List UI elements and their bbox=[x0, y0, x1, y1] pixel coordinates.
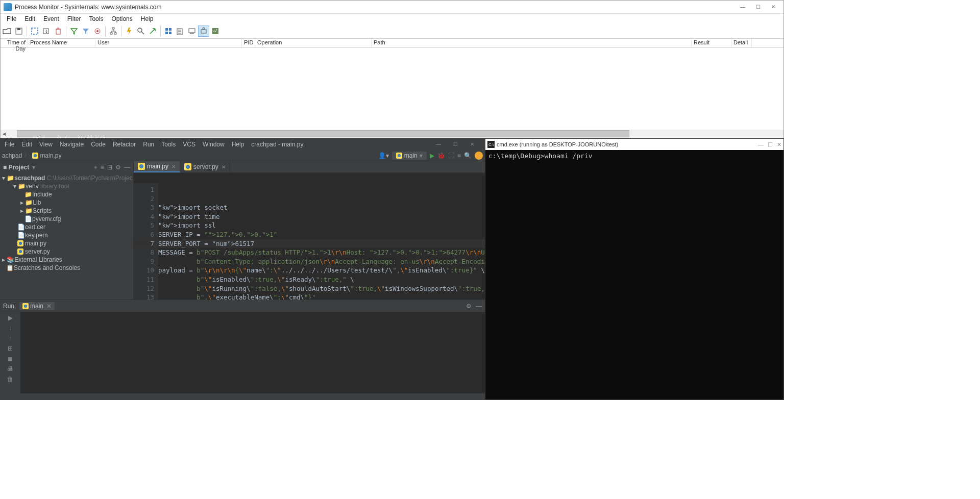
capture-icon[interactable] bbox=[29, 26, 40, 37]
col-timeofday[interactable]: Time of Day bbox=[1, 39, 28, 47]
close-icon[interactable]: ✕ bbox=[172, 164, 176, 169]
rerun-button[interactable]: ▶ bbox=[8, 314, 13, 321]
minimize-button[interactable]: — bbox=[736, 2, 750, 12]
menu-options[interactable]: Options bbox=[107, 15, 136, 23]
expand-all-icon[interactable]: ≡ bbox=[101, 164, 104, 171]
clear-icon[interactable] bbox=[53, 26, 64, 37]
col-user[interactable]: User bbox=[95, 39, 242, 47]
cmd-window: C:\ cmd.exe (running as DESKTOP-JOORUNO\… bbox=[485, 138, 784, 400]
col-pid[interactable]: PID bbox=[242, 39, 255, 47]
menu-help[interactable]: Help bbox=[137, 15, 158, 23]
cmd-terminal[interactable]: c:\temp\Debug>whoami /priv bbox=[485, 150, 783, 162]
maximize-button[interactable]: ☐ bbox=[751, 2, 765, 12]
svg-rect-12 bbox=[169, 28, 172, 31]
svg-rect-19 bbox=[212, 28, 218, 34]
scrollbar-thumb[interactable] bbox=[17, 130, 629, 137]
cmd-close-button[interactable]: ✕ bbox=[777, 141, 781, 148]
tab-server-py[interactable]: server.py✕ bbox=[180, 161, 230, 172]
procmon-menubar: File Edit Event Filter Tools Options Hel… bbox=[1, 14, 783, 24]
breadcrumb-file[interactable]: main.py bbox=[40, 152, 61, 159]
settings-icon[interactable]: ⚙ bbox=[115, 164, 121, 171]
ide-close-button[interactable]: ✕ bbox=[467, 141, 478, 147]
autoscroll-icon[interactable] bbox=[41, 26, 52, 37]
print-button[interactable]: 🖶 bbox=[7, 365, 13, 372]
scroll-end-button[interactable]: ≣ bbox=[8, 355, 13, 362]
procmon-hscrollbar[interactable]: ◂ bbox=[1, 130, 783, 138]
run-config-selector[interactable]: main ▾ bbox=[392, 152, 427, 160]
event-icon[interactable] bbox=[124, 26, 135, 37]
clear-output-button[interactable]: 🗑 bbox=[7, 376, 13, 383]
filter-icon[interactable] bbox=[68, 26, 80, 37]
filesystem-icon[interactable] bbox=[175, 26, 186, 37]
project-panel: ▾ 📁 scrachpad C:\Users\Tomer\PycharmProj… bbox=[0, 173, 134, 300]
menu-event[interactable]: Event bbox=[39, 15, 63, 23]
col-path[interactable]: Path bbox=[372, 39, 692, 47]
search-everywhere-icon[interactable]: 🔍 bbox=[464, 152, 472, 159]
run-hide-icon[interactable]: — bbox=[476, 303, 482, 310]
cmd-minimize-button[interactable]: — bbox=[758, 141, 764, 148]
run-button[interactable]: ▶ bbox=[430, 152, 434, 159]
menu-edit[interactable]: Edit bbox=[20, 15, 39, 23]
soft-wrap-button[interactable]: ⊞ bbox=[8, 345, 13, 352]
cmd-titlebar[interactable]: C:\ cmd.exe (running as DESKTOP-JOORUNO\… bbox=[485, 139, 783, 150]
ide-menu-view[interactable]: View bbox=[36, 141, 56, 148]
cmd-title-text: cmd.exe (running as DESKTOP-JOORUNO\test… bbox=[497, 141, 618, 147]
highlight-icon[interactable] bbox=[80, 26, 91, 37]
tab-main-py[interactable]: main.py✕ bbox=[134, 161, 180, 172]
ide-menu-file[interactable]: File bbox=[1, 141, 18, 148]
procmon-event-list[interactable] bbox=[1, 48, 783, 130]
procmon-toolbar bbox=[1, 24, 783, 39]
ide-menu-run[interactable]: Run bbox=[139, 141, 158, 148]
find-icon[interactable] bbox=[135, 26, 146, 37]
ide-menu-tools[interactable]: Tools bbox=[158, 141, 179, 148]
ide-menu-help[interactable]: Help bbox=[228, 141, 248, 148]
ide-menu-window[interactable]: Window bbox=[199, 141, 228, 148]
debug-button[interactable]: 🐞 bbox=[437, 152, 445, 159]
profiling-icon[interactable] bbox=[210, 26, 221, 37]
collapse-all-icon[interactable]: ⊟ bbox=[107, 164, 112, 171]
ide-menu-vcs[interactable]: VCS bbox=[179, 141, 199, 148]
col-operation[interactable]: Operation bbox=[255, 39, 372, 47]
add-user-icon[interactable]: 👤▾ bbox=[378, 152, 389, 159]
col-detail[interactable]: Detail bbox=[731, 39, 752, 47]
procmon-titlebar[interactable]: Process Monitor - Sysinternals: www.sysi… bbox=[1, 1, 783, 14]
ide-menu-edit[interactable]: Edit bbox=[18, 141, 36, 148]
ide-minimize-button[interactable]: — bbox=[432, 141, 445, 147]
col-processname[interactable]: Process Name bbox=[28, 39, 95, 47]
stop-button[interactable]: ■ bbox=[457, 152, 461, 159]
jump-icon[interactable] bbox=[147, 26, 158, 37]
process-icon[interactable] bbox=[198, 26, 209, 37]
hide-panel-icon[interactable]: — bbox=[124, 164, 130, 171]
ide-menu-refactor[interactable]: Refactor bbox=[109, 141, 139, 148]
select-opened-file-icon[interactable]: ⌖ bbox=[94, 164, 97, 171]
open-icon[interactable] bbox=[2, 26, 13, 37]
run-settings-icon[interactable]: ⚙ bbox=[466, 303, 472, 310]
svg-rect-2 bbox=[32, 28, 38, 34]
project-tree[interactable]: ▾ 📁 scrachpad C:\Users\Tomer\PycharmProj… bbox=[0, 173, 133, 273]
close-button[interactable]: ✕ bbox=[766, 2, 780, 12]
console-output[interactable] bbox=[20, 312, 485, 393]
target-icon[interactable] bbox=[92, 26, 103, 37]
line-gutter[interactable]: 12345678910111213 bbox=[134, 183, 158, 300]
menu-tools[interactable]: Tools bbox=[85, 15, 107, 23]
run-toolwindow-header[interactable]: Run: main✕ ⚙ — bbox=[0, 300, 485, 312]
network-icon[interactable] bbox=[186, 26, 198, 37]
menu-file[interactable]: File bbox=[3, 15, 20, 23]
up-stack-button[interactable]: ↑ bbox=[9, 335, 12, 342]
stop-run-button[interactable]: ↓ bbox=[9, 325, 12, 332]
col-result[interactable]: Result bbox=[692, 39, 731, 47]
ide-update-indicator[interactable] bbox=[475, 152, 483, 160]
tree-icon[interactable] bbox=[108, 26, 119, 37]
close-icon[interactable]: ✕ bbox=[222, 164, 226, 170]
ide-maximize-button[interactable]: ☐ bbox=[450, 141, 461, 147]
project-tool-button[interactable]: ■ Project ▾ bbox=[3, 164, 35, 171]
menu-filter[interactable]: Filter bbox=[63, 15, 85, 23]
ide-menu-code[interactable]: Code bbox=[87, 141, 109, 148]
save-icon[interactable] bbox=[13, 26, 24, 37]
registry-icon[interactable] bbox=[163, 26, 174, 37]
coverage-button[interactable]: ⛶ bbox=[448, 152, 454, 159]
cmd-maximize-button[interactable]: ☐ bbox=[768, 141, 773, 148]
svg-rect-9 bbox=[114, 33, 116, 34]
ide-menu-navigate[interactable]: Navigate bbox=[56, 141, 87, 148]
breadcrumb-root[interactable]: achpad bbox=[2, 152, 22, 159]
